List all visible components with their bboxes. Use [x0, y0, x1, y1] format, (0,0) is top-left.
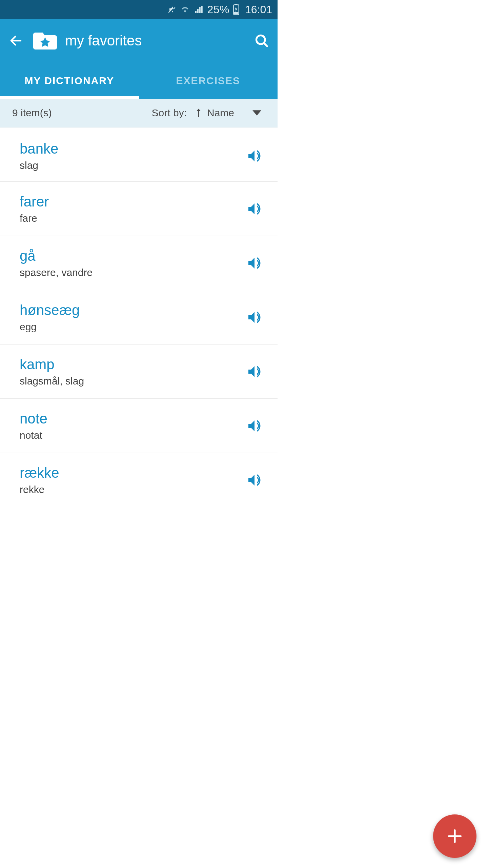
word-text: gå [20, 248, 244, 264]
translation-text: egg [20, 321, 244, 333]
status-bar: 25% 16:01 [0, 0, 278, 19]
word-text: kamp [20, 356, 244, 373]
sort-direction-icon [195, 108, 202, 118]
sort-selector[interactable]: Name [195, 107, 265, 119]
list-item[interactable]: hønseæg egg [0, 290, 278, 344]
word-text: note [20, 411, 244, 427]
play-audio-button[interactable] [244, 469, 265, 491]
tab-label: EXERCISES [176, 75, 240, 86]
sort-bar: 9 item(s) Sort by: Name [0, 99, 278, 127]
back-button[interactable] [6, 31, 26, 51]
mute-icon [167, 5, 177, 14]
play-audio-button[interactable] [244, 361, 265, 382]
translation-text: slag [20, 160, 244, 171]
list-item[interactable]: banke slag [0, 127, 278, 182]
tab-my-dictionary[interactable]: MY DICTIONARY [0, 62, 139, 99]
translation-text: slagsmål, slag [20, 375, 244, 387]
list-item[interactable]: gå spasere, vandre [0, 236, 278, 290]
favorites-folder-icon [33, 31, 57, 50]
sortby-label: Sort by: [152, 107, 187, 119]
battery-percent: 25% [207, 3, 229, 16]
app-header: my favorites MY DICTIONARY EXERCISES [0, 19, 278, 99]
play-audio-button[interactable] [244, 145, 265, 167]
tab-exercises[interactable]: EXERCISES [139, 62, 278, 99]
clock-text: 16:01 [245, 3, 272, 16]
search-button[interactable] [252, 31, 271, 51]
list-item[interactable]: farer fare [0, 182, 278, 236]
dropdown-icon [252, 110, 261, 116]
item-count: 9 item(s) [12, 107, 152, 119]
word-text: farer [20, 194, 244, 210]
svg-line-5 [264, 43, 267, 46]
word-text: række [20, 465, 244, 481]
tab-bar: MY DICTIONARY EXERCISES [0, 62, 278, 99]
word-list: banke slag farer fare gå spasere, vandre… [0, 127, 278, 494]
wifi-icon [180, 5, 190, 14]
play-audio-button[interactable] [244, 415, 265, 437]
word-text: hønseæg [20, 302, 244, 318]
signal-icon [194, 5, 204, 14]
translation-text: spasere, vandre [20, 267, 244, 278]
page-title: my favorites [65, 33, 252, 49]
list-item[interactable]: note notat [0, 399, 278, 453]
play-audio-button[interactable] [244, 252, 265, 274]
sort-field: Name [207, 107, 234, 119]
play-audio-button[interactable] [244, 198, 265, 220]
play-audio-button[interactable] [244, 307, 265, 328]
battery-icon [233, 4, 240, 15]
translation-text: notat [20, 430, 244, 441]
list-item[interactable]: kamp slagsmål, slag [0, 344, 278, 399]
list-item[interactable]: række rekke [0, 453, 278, 494]
word-text: banke [20, 141, 244, 157]
tab-label: MY DICTIONARY [25, 75, 114, 86]
translation-text: rekke [20, 484, 244, 494]
svg-rect-2 [234, 12, 238, 14]
translation-text: fare [20, 213, 244, 224]
svg-rect-1 [235, 4, 237, 5]
svg-rect-6 [198, 111, 199, 117]
